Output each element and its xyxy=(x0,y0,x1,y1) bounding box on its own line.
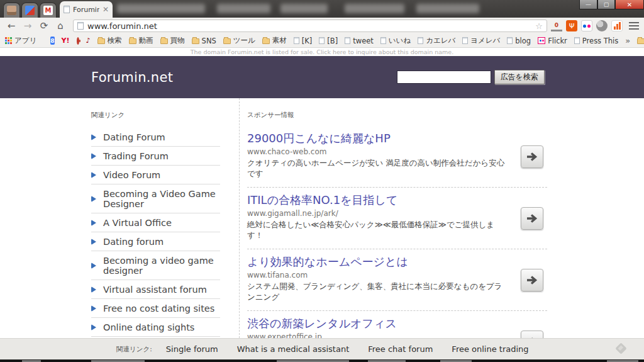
listing-title[interactable]: 29000円こんなに綺麗なHP xyxy=(247,131,509,146)
bookmark-yahoo-icon[interactable]: Y! xyxy=(62,37,70,45)
footer-link[interactable]: Free chat forum xyxy=(368,344,433,354)
close-button[interactable]: ✕ xyxy=(615,0,644,9)
listing-title[interactable]: ITILの合格率NO.1を目指して xyxy=(247,193,509,208)
bookmark-item[interactable]: blog xyxy=(507,37,531,45)
browser-window: M Forumin. ✕ — ▢ ✕ ← → ⟳ ⌂ www.forumin.n… xyxy=(0,0,644,362)
bookmark-icon xyxy=(129,38,136,44)
tab-title: Forumin. xyxy=(73,6,99,14)
ad-search-box: 広告を検索 xyxy=(397,70,545,84)
related-link[interactable]: Virtual assistant forum xyxy=(91,280,220,299)
redacted-tab[interactable] xyxy=(345,4,404,13)
listing-go-button[interactable] xyxy=(521,207,543,230)
gmail-favicon-icon: M xyxy=(43,6,53,15)
bookmark-item[interactable]: ツール xyxy=(223,36,255,45)
bookmark-item[interactable]: [K] xyxy=(294,37,313,45)
related-link-label: Video Forum xyxy=(103,170,160,180)
related-link[interactable]: Becoming a Video Game Designer xyxy=(91,184,220,213)
maximize-button[interactable]: ▢ xyxy=(597,0,615,9)
bookmark-item[interactable]: tweet xyxy=(345,37,374,45)
extension-counter-icon[interactable]: 0 xyxy=(551,20,562,31)
redacted-tab[interactable] xyxy=(280,4,328,13)
apps-shortcut[interactable]: アプリ xyxy=(5,36,36,45)
related-link[interactable]: Dating forum xyxy=(91,232,220,251)
extension-flickr-icon[interactable] xyxy=(581,20,592,31)
domain-sale-notice[interactable]: The domain Forumin.net is listed for sal… xyxy=(0,48,644,56)
listing-title[interactable]: 渋谷の新築レンタルオフィス xyxy=(247,316,509,331)
related-link[interactable]: Video Forum xyxy=(91,166,220,184)
sponsored-listing: より効果的なホームページとは www.tifana.com システム開発、ブラン… xyxy=(247,249,547,311)
bookmark-item[interactable]: 素材 xyxy=(262,36,287,45)
sponsored-listing: ITILの合格率NO.1を目指して www.gigamall.ne.jp/ark… xyxy=(247,188,547,249)
bookmark-item[interactable]: Press This xyxy=(574,37,618,45)
pinned-tab[interactable]: M xyxy=(40,3,57,18)
forward-button[interactable]: → xyxy=(21,21,34,31)
bookmark-icon xyxy=(418,37,423,44)
related-link[interactable]: A Virtual Office xyxy=(91,213,220,232)
listing-description: システム開発、ブランディング、集客、貴社に本当に必要なものをプランニング xyxy=(247,281,509,303)
ad-search-button[interactable]: 広告を検索 xyxy=(494,70,545,84)
bookmark-hatena-icon[interactable]: 8 xyxy=(50,37,54,45)
bookmark-item[interactable]: いいね xyxy=(380,36,411,45)
window-controls: — ▢ ✕ xyxy=(579,0,644,9)
bookmark-label: 素材 xyxy=(272,36,287,45)
listing-go-button[interactable] xyxy=(521,269,543,291)
bookmark-stamp-icon[interactable] xyxy=(77,37,79,45)
bookmark-item[interactable]: 検索 xyxy=(97,36,122,45)
bookmark-star-icon[interactable]: ☆ xyxy=(535,21,543,31)
bookmark-icon xyxy=(294,37,299,44)
related-link[interactable]: Dating Forum xyxy=(91,128,220,147)
arrow-right-icon xyxy=(91,172,96,178)
minimize-button[interactable]: — xyxy=(579,0,597,9)
bookmark-item[interactable]: [B] xyxy=(319,37,338,45)
bookmark-label: [B] xyxy=(327,37,338,45)
active-tab[interactable]: Forumin. ✕ xyxy=(60,1,113,18)
pinned-tab[interactable] xyxy=(21,3,38,18)
extension-swirl-icon[interactable] xyxy=(596,20,608,31)
footer-link[interactable]: Free online trading xyxy=(452,344,528,354)
tab-close-icon[interactable]: ✕ xyxy=(103,6,109,13)
bookmark-item[interactable]: 買物 xyxy=(160,36,185,45)
bookmark-note-icon[interactable]: ♪ xyxy=(86,37,91,45)
listing-url: www.tifana.com xyxy=(247,271,509,280)
extension-chart-icon[interactable] xyxy=(611,20,623,31)
arrow-right-icon xyxy=(91,286,96,293)
extension-tabelog-icon[interactable]: Ψ xyxy=(566,20,577,31)
related-link[interactable]: Trading Forum xyxy=(91,147,220,166)
ad-search-input[interactable] xyxy=(397,71,491,84)
bookmarks-bar: アプリ 8 Y! ♪ 検索 動画 買物 SNS xyxy=(0,34,644,48)
swallow-favicon-icon xyxy=(25,6,35,15)
url-text[interactable]: www.forumin.net xyxy=(87,21,531,31)
bookmark-item[interactable]: SNS xyxy=(192,37,216,45)
bookmark-item[interactable]: 動画 xyxy=(129,36,153,45)
sponsored-listing: 29000円こんなに綺麗なHP www.chaco-web.com クオリティの… xyxy=(247,126,547,188)
parking-service-logo-icon xyxy=(615,342,626,354)
related-link[interactable]: Becoming a video game designer xyxy=(91,251,220,280)
bookmark-item[interactable]: ヨメレバ xyxy=(462,36,500,45)
pinned-tab[interactable] xyxy=(3,3,20,18)
home-button[interactable]: ⌂ xyxy=(54,21,67,31)
chrome-menu-icon[interactable] xyxy=(629,22,639,30)
redacted-tab[interactable] xyxy=(416,4,479,13)
related-link-label: Virtual assistant forum xyxy=(103,285,207,295)
bookmark-icon xyxy=(462,37,468,44)
bookmark-item[interactable]: Flickr xyxy=(538,37,567,45)
listing-url: www.chaco-web.com xyxy=(247,147,509,156)
reload-button[interactable]: ⟳ xyxy=(38,21,50,31)
related-link[interactable]: Online dating sights xyxy=(91,318,220,337)
related-link-label: Trading Forum xyxy=(103,151,169,161)
browser-toolbar: ← → ⟳ ⌂ www.forumin.net ☆ 0 Ψ xyxy=(0,18,644,34)
bookmark-item[interactable]: カエレバ xyxy=(418,36,455,45)
other-bookmarks-folder[interactable]: その他のブックマーク xyxy=(637,36,644,45)
address-bar[interactable]: www.forumin.net ☆ xyxy=(73,20,547,32)
redacted-tab[interactable] xyxy=(117,4,205,13)
bookmarks-overflow-icon[interactable]: » xyxy=(625,36,630,45)
listing-title[interactable]: より効果的なホームページとは xyxy=(247,254,509,269)
bookmark-label: SNS xyxy=(202,37,216,45)
footer-link[interactable]: What is a medical assistant xyxy=(237,344,350,354)
bookmark-icon xyxy=(507,37,513,44)
back-button[interactable]: ← xyxy=(5,21,18,31)
footer-link[interactable]: Single forum xyxy=(166,344,218,354)
redacted-tab[interactable] xyxy=(217,4,270,13)
related-link[interactable]: Free no cost dating sites xyxy=(91,299,220,318)
listing-go-button[interactable] xyxy=(521,145,543,168)
